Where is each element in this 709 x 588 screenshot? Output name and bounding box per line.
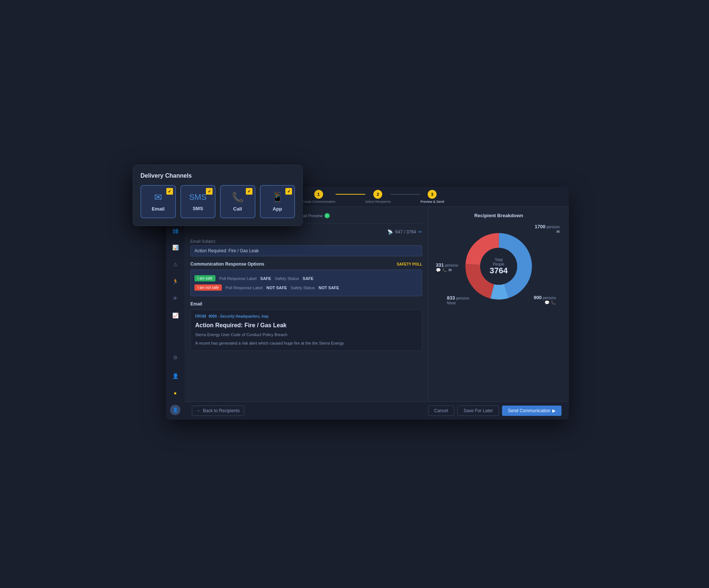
sms-channel-icon: SMS [187, 192, 208, 203]
cancel-button[interactable]: Cancel [428, 406, 454, 416]
chart-label-bottom-left: 833 persons None [447, 295, 469, 305]
step-3: 3 Preview & Send [420, 190, 444, 204]
email-section-title: Email [190, 301, 422, 307]
send-label: Send Communication [508, 408, 550, 413]
bottom-bar: ← Back to Recipients Cancel Save For Lat… [184, 401, 569, 420]
channel-app[interactable]: ✓ 📱 App [260, 185, 295, 218]
email-subject-label: Email Subject [190, 239, 422, 243]
app-channel-icon: 📱 [271, 192, 283, 203]
chart-bar-icon[interactable]: 📊 [170, 242, 180, 253]
back-label: Back to Recipients [203, 408, 240, 413]
right-panel: Recipient Breakdown 1700 persons ✉ 331 [428, 207, 569, 401]
step-1: 1 Create Communication [302, 190, 336, 204]
email-body-line2: A recent has generated a risk alert whic… [195, 340, 417, 346]
call-check: ✓ [246, 188, 252, 195]
action-buttons: Cancel Save For Later Send Communication… [428, 406, 562, 416]
person-icon[interactable]: 🏃 [170, 276, 180, 287]
users-icon[interactable]: 👥 [170, 225, 180, 236]
eye-icon[interactable]: 👁 [170, 293, 180, 304]
step-2-label: Select Recipients [365, 200, 391, 204]
icon-email-1700: ✉ [556, 229, 560, 234]
response-options-title: Communication Response Options [190, 261, 264, 267]
status-value-safe: SAFE [303, 276, 313, 281]
email-body-line1: Sierra Energy User Code of Conduct Polic… [195, 332, 417, 338]
step-1-circle: 1 [314, 190, 323, 199]
poll-value-safe: SAFE [260, 276, 271, 281]
channel-sms[interactable]: ✓ SMS SMS [180, 185, 216, 218]
svg-point-5 [480, 248, 517, 285]
channel-email[interactable]: ✓ ✉ Email [140, 185, 176, 218]
call-channel-icon: 📞 [232, 192, 244, 203]
email-subject-preview: Action Required: Fire / Gas Leak [195, 322, 417, 329]
back-to-recipients-button[interactable]: ← Back to Recipients [192, 406, 244, 416]
response-row-safe: I am safe Poll Response Label SAFE Safet… [194, 274, 418, 283]
sms-check: ✓ [206, 188, 213, 195]
popup-title: Delivery Channels [140, 172, 295, 179]
response-options-box: I am safe Poll Response Label SAFE Safet… [190, 270, 422, 296]
email-from: FROM 9090 - Security Headquarters, Iraq [195, 314, 417, 318]
call-preview-label: Call Preview [300, 213, 323, 218]
poll-label-safe: Poll Response Label [219, 276, 257, 281]
send-communication-button[interactable]: Send Communication ▶ [502, 406, 562, 416]
response-row-not-safe: I am not safe Poll Response Label NOT SA… [194, 283, 418, 292]
count-900: 900 [534, 295, 542, 300]
avatar[interactable]: 👤 [170, 405, 180, 415]
back-arrow-icon: ← [197, 408, 201, 413]
step-3-circle: 3 [428, 190, 437, 199]
recipients-count-bar: 📡 647 / 3764 ✏ [190, 229, 422, 235]
analytics-icon[interactable]: 📈 [170, 310, 180, 321]
channel-call[interactable]: ✓ 📞 Call [220, 185, 255, 218]
recipients-icon: 📡 [387, 229, 393, 235]
not-safe-button[interactable]: I am not safe [194, 284, 222, 291]
icons-331: 💬 📞 ✉ [436, 268, 452, 272]
breakdown-title: Recipient Breakdown [434, 213, 563, 218]
channel-grid: ✓ ✉ Email ✓ SMS SMS ✓ 📞 Call ✓ 📱 App [140, 185, 295, 218]
step-line-2 [391, 194, 420, 195]
app-channel-label: App [273, 206, 282, 212]
app-check: ✓ [285, 188, 292, 195]
email-channel-label: Email [152, 206, 164, 212]
sub-900: persons [543, 296, 556, 300]
count-331: 331 [436, 262, 444, 268]
count-1700: 1700 [535, 224, 545, 229]
safe-button[interactable]: I am safe [194, 275, 216, 281]
delivery-channels-popup: Delivery Channels ✓ ✉ Email ✓ SMS SMS ✓ … [133, 165, 303, 226]
call-preview-check: ✓ [325, 213, 330, 218]
email-subject-input[interactable]: Action Required: Fire / Gas Leak [190, 245, 422, 256]
step-2: 2 Select Recipients [365, 190, 391, 204]
poll-value-not-safe: NOT SAFE [267, 286, 287, 290]
step-3-label: Preview & Send [420, 200, 444, 204]
chart-container: 1700 persons ✉ 331 persons 💬 📞 ✉ [443, 226, 554, 307]
response-options-header: Communication Response Options SAFETY PO… [190, 261, 422, 267]
donut-chart [462, 229, 536, 303]
recipients-count-text: 647 / 3764 [395, 229, 416, 235]
count-833: 833 [447, 295, 455, 301]
email-check: ✓ [166, 188, 173, 195]
status-dot: ● [170, 388, 180, 398]
chart-label-bottom-right: 900 persons 💬 📞 [534, 295, 556, 305]
chart-label-top-right: 1700 persons ✉ [535, 224, 560, 234]
stepper: 1 Create Communication 2 Select Recipien… [302, 190, 444, 204]
email-body: Sierra Energy User Code of Conduct Polic… [195, 332, 417, 346]
icons-900: 💬 📞 [545, 300, 556, 305]
save-for-later-button[interactable]: Save For Later [457, 406, 499, 416]
from-label: FROM [195, 314, 206, 318]
safety-poll-badge: SAFETY POLL [397, 262, 422, 266]
content-area: ✉ Email Preview ✓ 💬 SMS Preview ✓ 📞 Call… [184, 207, 569, 401]
alert-icon[interactable]: ⚠ [170, 259, 180, 270]
edit-recipients-icon[interactable]: ✏ [418, 229, 422, 235]
email-channel-icon: ✉ [154, 192, 162, 203]
chart-label-left: 331 persons 💬 📞 ✉ [436, 262, 458, 273]
sub-331: persons [445, 263, 458, 267]
status-label-safe: Safety Status [275, 276, 299, 281]
step-2-circle: 2 [373, 190, 382, 199]
settings-icon[interactable]: ⚙ [170, 352, 180, 363]
sub-1700: persons [546, 225, 560, 229]
left-panel: ✉ Email Preview ✓ 💬 SMS Preview ✓ 📞 Call… [184, 207, 428, 401]
step-line-1 [336, 194, 365, 195]
send-arrow-icon: ▶ [552, 408, 556, 413]
user-profile-icon[interactable]: 👤 [170, 371, 180, 381]
call-channel-label: Call [233, 206, 242, 212]
sub-833: persons [456, 296, 469, 300]
poll-label-not-safe: Poll Response Label [225, 286, 263, 290]
